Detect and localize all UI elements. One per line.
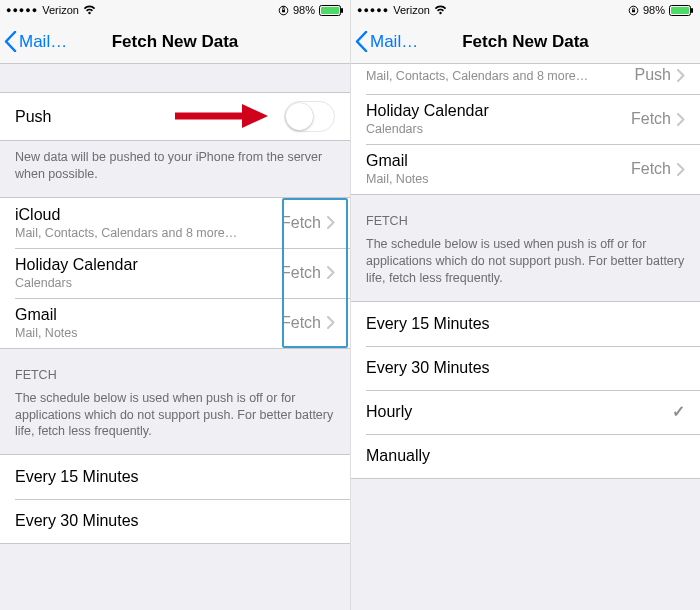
account-title: iCloud [15, 206, 281, 224]
navigation-bar: Mail… Fetch New Data [0, 20, 350, 64]
account-mode: Fetch [631, 160, 671, 178]
svg-rect-4 [321, 7, 339, 14]
carrier-label: Verizon [393, 4, 430, 16]
accounts-group: iCloud Mail, Contacts, Calendars and 8 m… [0, 197, 350, 349]
schedule-label: Every 30 Minutes [15, 512, 139, 530]
schedule-label: Every 15 Minutes [366, 315, 490, 333]
account-mode: Fetch [631, 110, 671, 128]
wifi-icon [83, 5, 96, 15]
schedule-group: Every 15 Minutes Every 30 Minutes [0, 454, 350, 544]
schedule-row[interactable]: Every 15 Minutes [351, 302, 700, 346]
chevron-right-icon [677, 113, 685, 126]
schedule-label: Hourly [366, 403, 412, 421]
account-subtitle: Mail, Notes [15, 326, 281, 340]
schedule-row[interactable]: Every 30 Minutes [0, 499, 350, 543]
chevron-right-icon [327, 266, 335, 279]
account-row-gmail[interactable]: Gmail Mail, Notes Fetch [0, 298, 350, 348]
account-mode: Push [635, 66, 671, 84]
schedule-label: Every 15 Minutes [15, 468, 139, 486]
signal-dots-icon: ●●●●● [357, 6, 389, 15]
status-bar: ●●●●● Verizon 98% 2:35 PM [351, 0, 700, 20]
content-scroll[interactable]: Push New data will be pushed to your iPh… [0, 64, 350, 610]
schedule-row[interactable]: Every 30 Minutes [351, 346, 700, 390]
schedule-group: Every 15 Minutes Every 30 Minutes Hourly… [351, 301, 700, 479]
fetch-section-footer: The schedule below is used when push is … [351, 236, 700, 301]
screen-left: ●●●●● Verizon 98% 2:37 PM [0, 0, 350, 610]
orientation-lock-icon [628, 5, 639, 16]
account-row-partial[interactable]: Mail, Contacts, Calendars and 8 more… Pu… [351, 64, 700, 94]
svg-rect-1 [282, 9, 285, 12]
page-title: Fetch New Data [0, 32, 350, 52]
schedule-label: Manually [366, 447, 430, 465]
schedule-row-selected[interactable]: Hourly ✓ [351, 390, 700, 434]
svg-rect-7 [632, 9, 635, 12]
status-bar: ●●●●● Verizon 98% 2:37 PM [0, 0, 350, 20]
account-mode: Fetch [281, 314, 321, 332]
accounts-group: Mail, Contacts, Calendars and 8 more… Pu… [351, 64, 700, 195]
account-subtitle: Mail, Notes [366, 172, 631, 186]
fetch-section-header: FETCH [351, 195, 700, 236]
orientation-lock-icon [278, 5, 289, 16]
checkmark-icon: ✓ [672, 402, 685, 421]
account-row-holiday[interactable]: Holiday Calendar Calendars Fetch [0, 248, 350, 298]
push-footer: New data will be pushed to your iPhone f… [0, 141, 350, 197]
carrier-label: Verizon [42, 4, 79, 16]
svg-rect-3 [341, 8, 343, 13]
account-subtitle: Mail, Contacts, Calendars and 8 more… [15, 226, 281, 240]
battery-percent: 98% [293, 4, 315, 16]
account-subtitle: Calendars [366, 122, 631, 136]
account-mode: Fetch [281, 214, 321, 232]
schedule-row[interactable]: Manually [351, 434, 700, 478]
push-toggle[interactable] [284, 101, 335, 132]
account-title: Gmail [15, 306, 281, 324]
chevron-right-icon [677, 69, 685, 82]
account-mode: Fetch [281, 264, 321, 282]
battery-icon [669, 5, 694, 16]
chevron-right-icon [327, 316, 335, 329]
content-scroll[interactable]: Mail, Contacts, Calendars and 8 more… Pu… [351, 64, 700, 610]
account-title: Gmail [366, 152, 631, 170]
battery-icon [319, 5, 344, 16]
wifi-icon [434, 5, 447, 15]
account-row-icloud[interactable]: iCloud Mail, Contacts, Calendars and 8 m… [0, 198, 350, 248]
signal-dots-icon: ●●●●● [6, 6, 38, 15]
fetch-section-footer: The schedule below is used when push is … [0, 390, 350, 455]
account-row-holiday[interactable]: Holiday Calendar Calendars Fetch [351, 94, 700, 144]
push-label: Push [15, 108, 284, 126]
push-row[interactable]: Push [0, 93, 350, 140]
page-title: Fetch New Data [351, 32, 700, 52]
chevron-right-icon [677, 163, 685, 176]
fetch-section-header: FETCH [0, 349, 350, 390]
account-title: Holiday Calendar [366, 102, 631, 120]
account-subtitle: Calendars [15, 276, 281, 290]
account-row-gmail[interactable]: Gmail Mail, Notes Fetch [351, 144, 700, 194]
schedule-row[interactable]: Every 15 Minutes [0, 455, 350, 499]
push-group: Push [0, 92, 350, 141]
svg-rect-10 [671, 7, 689, 14]
account-title: Holiday Calendar [15, 256, 281, 274]
schedule-label: Every 30 Minutes [366, 359, 490, 377]
screen-right: ●●●●● Verizon 98% 2:35 PM [350, 0, 700, 610]
chevron-right-icon [327, 216, 335, 229]
battery-percent: 98% [643, 4, 665, 16]
account-subtitle: Mail, Contacts, Calendars and 8 more… [366, 69, 635, 83]
navigation-bar: Mail… Fetch New Data [351, 20, 700, 64]
svg-rect-9 [691, 8, 693, 13]
